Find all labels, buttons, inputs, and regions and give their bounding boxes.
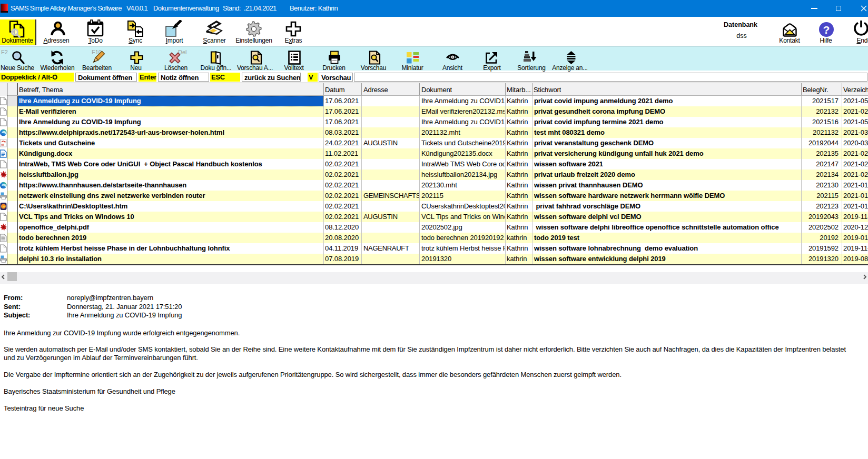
svg-text:PF: PF [2, 144, 4, 146]
svg-text:?: ? [823, 24, 830, 36]
